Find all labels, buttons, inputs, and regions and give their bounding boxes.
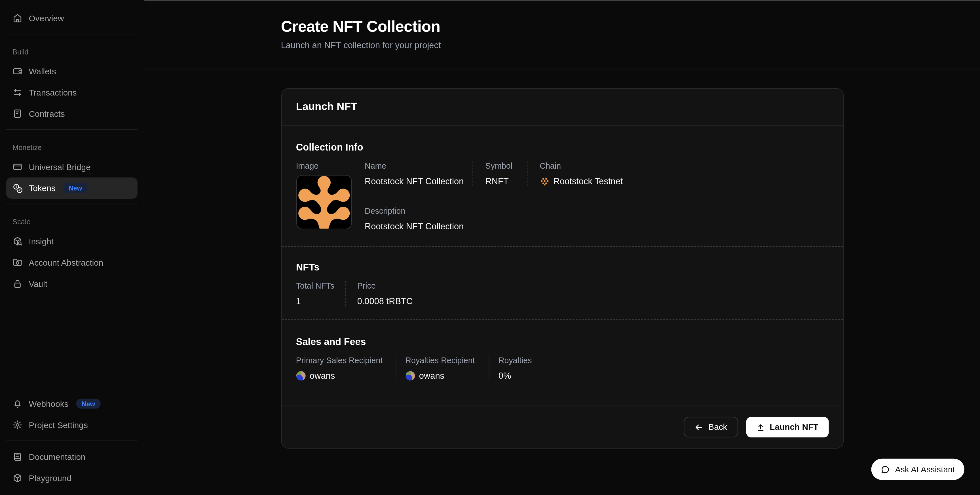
sidebar-item-label: Contracts — [29, 109, 65, 118]
launch-nft-button[interactable]: Launch NFT — [746, 417, 829, 438]
sidebar-item-label: Project Settings — [29, 420, 88, 430]
ask-ai-assistant-button[interactable]: Ask AI Assistant — [871, 459, 964, 480]
royalties-recipient-value: owans — [419, 371, 444, 380]
sidebar-item-playground[interactable]: Playground — [6, 468, 138, 489]
sidebar-divider — [6, 129, 138, 130]
description-column: Description Rootstock NFT Collection — [365, 206, 828, 231]
sidebar-divider — [6, 204, 138, 204]
sidebar-item-label: Playground — [29, 473, 72, 483]
nft-artwork — [297, 175, 351, 229]
launch-nft-card: Launch NFT Collection Info Image — [281, 88, 843, 449]
sidebar-item-documentation[interactable]: Documentation — [6, 446, 138, 468]
total-nfts-label: Total NFTs — [296, 281, 345, 291]
sidebar-item-overview[interactable]: Overview — [6, 7, 138, 29]
primary-sales-value: owans — [310, 371, 335, 380]
sidebar-item-label: Transactions — [29, 88, 76, 97]
row-divider — [365, 196, 828, 196]
collection-info-heading: Collection Info — [296, 142, 829, 153]
sidebar-item-tokens[interactable]: Tokens New — [6, 177, 138, 199]
sidebar-item-label: Documentation — [29, 452, 85, 462]
sidebar: Overview Build Wallets Transactions Cont… — [0, 0, 144, 495]
total-nfts-column: Total NFTs 1 — [296, 281, 345, 306]
royalties-column: Royalties 0% — [488, 355, 532, 380]
royalties-label: Royalties — [498, 355, 532, 365]
sidebar-item-label: Overview — [29, 13, 64, 23]
sales-fees-section: Sales and Fees Primary Sales Recipient o… — [282, 320, 843, 406]
upload-icon — [756, 423, 765, 431]
back-button[interactable]: Back — [684, 417, 738, 438]
royalties-value: 0% — [498, 371, 532, 380]
avatar — [405, 371, 415, 380]
royalties-recipient-value-row: owans — [405, 371, 488, 380]
image-column: Image — [296, 161, 365, 231]
sidebar-item-project-settings[interactable]: Project Settings — [6, 414, 138, 436]
folder-shield-icon — [13, 258, 22, 267]
symbol-value: RNFT — [485, 176, 526, 186]
chain-label: Chain — [539, 161, 828, 171]
description-value: Rootstock NFT Collection — [365, 221, 828, 231]
lock-icon — [13, 279, 22, 289]
avatar — [296, 371, 305, 380]
total-nfts-value: 1 — [296, 296, 345, 306]
ask-ai-assistant-label: Ask AI Assistant — [895, 465, 955, 474]
page-header: Create NFT Collection Launch an NFT coll… — [144, 0, 980, 69]
sidebar-item-label: Account Abstraction — [29, 258, 103, 267]
wallet-icon — [13, 66, 22, 76]
sidebar-group-label-build: Build — [6, 40, 138, 60]
primary-sales-column: Primary Sales Recipient owans — [296, 355, 395, 380]
arrows-left-right-icon — [13, 88, 22, 97]
sidebar-bottom: Webhooks New Project Settings Documentat… — [6, 393, 138, 489]
cube-icon — [13, 473, 22, 483]
sidebar-item-insight[interactable]: Insight — [6, 231, 138, 252]
royalties-recipient-column: Royalties Recipient owans — [395, 355, 488, 380]
sidebar-item-universal-bridge[interactable]: Universal Bridge — [6, 156, 138, 177]
sidebar-item-wallets[interactable]: Wallets — [6, 60, 138, 82]
name-column: Name Rootstock NFT Collection — [365, 161, 472, 186]
package-search-icon — [13, 236, 22, 246]
sidebar-item-webhooks[interactable]: Webhooks New — [6, 393, 138, 414]
page-content: Launch NFT Collection Info Image — [144, 70, 980, 449]
sidebar-item-transactions[interactable]: Transactions — [6, 82, 138, 103]
sidebar-item-account-abstraction[interactable]: Account Abstraction — [6, 252, 138, 273]
price-column: Price 0.0008 tRBTC — [345, 281, 413, 306]
app-shell: Overview Build Wallets Transactions Cont… — [0, 0, 980, 495]
collection-fields: Name Rootstock NFT Collection Symbol RNF… — [365, 161, 828, 231]
royalties-recipient-label: Royalties Recipient — [405, 355, 488, 365]
chat-bubble-icon — [880, 465, 890, 474]
sidebar-item-label: Universal Bridge — [29, 162, 91, 172]
sidebar-item-label: Webhooks — [29, 399, 68, 408]
sidebar-item-label: Insight — [29, 236, 54, 246]
main-area: Create NFT Collection Launch an NFT coll… — [144, 0, 980, 495]
page-title: Create NFT Collection — [281, 18, 843, 36]
primary-sales-label: Primary Sales Recipient — [296, 355, 395, 365]
sidebar-group-label-monetize: Monetize — [6, 135, 138, 156]
sidebar-item-label: Wallets — [29, 67, 56, 76]
file-text-icon — [13, 109, 22, 119]
gear-icon — [13, 420, 22, 430]
card-header: Launch NFT — [282, 89, 843, 126]
chain-value: Rootstock Testnet — [554, 176, 623, 186]
sidebar-item-contracts[interactable]: Contracts — [6, 103, 138, 124]
sidebar-item-vault[interactable]: Vault — [6, 273, 138, 294]
sidebar-divider — [6, 34, 138, 34]
sidebar-item-label: Tokens — [29, 183, 55, 193]
nfts-section: NFTs Total NFTs 1 Price 0.0008 tRBTC — [282, 247, 843, 320]
price-value: 0.0008 tRBTC — [357, 296, 413, 306]
back-button-label: Back — [708, 422, 727, 432]
credit-card-icon — [13, 162, 22, 172]
price-label: Price — [357, 281, 413, 291]
arrow-left-icon — [695, 423, 703, 431]
coins-icon — [13, 183, 22, 193]
nfts-heading: NFTs — [296, 262, 829, 273]
bell-icon — [13, 399, 22, 409]
new-badge: New — [63, 183, 88, 193]
description-label: Description — [365, 206, 828, 215]
sales-fees-heading: Sales and Fees — [296, 336, 829, 348]
primary-sales-value-row: owans — [296, 371, 395, 380]
page-subtitle: Launch an NFT collection for your projec… — [281, 40, 843, 50]
launch-nft-button-label: Launch NFT — [770, 422, 818, 432]
chain-value-row: Rootstock Testnet — [539, 176, 828, 186]
name-value: Rootstock NFT Collection — [365, 176, 472, 186]
home-icon — [13, 13, 22, 23]
card-title: Launch NFT — [296, 101, 829, 113]
